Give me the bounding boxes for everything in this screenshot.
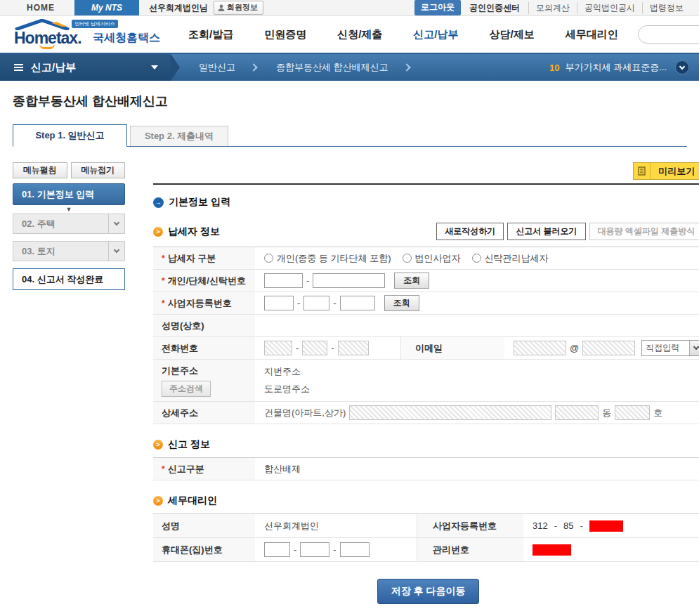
dash-separator: - xyxy=(296,343,299,353)
agent-phone-input-3[interactable] xyxy=(340,542,370,557)
report-type-value: 합산배제 xyxy=(255,458,699,480)
table-row: *신고구분 합산배제 xyxy=(153,458,699,480)
phone-input-3[interactable] xyxy=(338,341,369,355)
arrow-circle-icon: → xyxy=(153,197,164,208)
nav-apply-submit[interactable]: 신청/제출 xyxy=(337,28,382,41)
nav-report-pay[interactable]: 신고/납부 xyxy=(413,28,458,41)
section-title-report: 신고 정보 xyxy=(168,438,210,451)
biz-number-input-1[interactable] xyxy=(264,296,294,310)
menu-caret-down-icon xyxy=(151,65,158,70)
biz-number-label: 사업자등록번호 xyxy=(168,297,232,310)
my-nts-tab[interactable]: My NTS xyxy=(74,0,139,15)
content-area: 메뉴펼침 메뉴접기 01. 기본정보 입력 ▼ 02. 주택 03. 토지 04… xyxy=(0,147,699,604)
notice-number: 10 xyxy=(549,63,559,73)
law-info-link[interactable]: 법령정보 xyxy=(642,2,691,14)
calc-link[interactable]: 모의계산 xyxy=(528,2,577,14)
radio-corporate[interactable]: 법인사업자 xyxy=(403,252,461,265)
id-number-search-button[interactable]: 조회 xyxy=(394,273,429,289)
dash-separator: - xyxy=(554,520,557,531)
dash-separator: - xyxy=(331,343,334,353)
menu-collapse-button[interactable]: 메뉴접기 xyxy=(71,162,126,178)
biz-number-search-button[interactable]: 조회 xyxy=(384,295,419,311)
id-number-input-1[interactable] xyxy=(264,273,303,288)
nav-tax-agent[interactable]: 세무대리인 xyxy=(566,28,618,41)
email-label: 이메일 xyxy=(400,337,504,359)
phone-input-1[interactable] xyxy=(264,341,292,355)
page-root: HOME My NTS 선우회계법인님 회원정보 로그아웃 공인인증센터 모의계… xyxy=(0,0,699,616)
breadcrumb-item-current[interactable]: 종합부동산세 합산배제신고 xyxy=(276,61,388,74)
radio-icon xyxy=(403,254,412,263)
sidebar-step-land[interactable]: 03. 토지 xyxy=(13,241,125,261)
phone-input-2[interactable] xyxy=(302,341,327,355)
chevron-down-icon xyxy=(108,214,124,233)
biz-number-input-3[interactable] xyxy=(340,296,375,310)
public-corp-link[interactable]: 공익법인공시 xyxy=(577,2,642,14)
document-icon xyxy=(634,163,651,179)
load-report-button[interactable]: 신고서 불러오기 xyxy=(507,223,585,240)
ho-input[interactable] xyxy=(615,405,650,420)
tab-step1-general[interactable]: Step 1. 일반신고 xyxy=(13,124,127,147)
agent-phone-input-2[interactable] xyxy=(300,542,329,557)
bulk-excel-button[interactable]: 대용량 엑셀파일 제출방식 xyxy=(589,223,699,240)
biz-number-input-2[interactable] xyxy=(303,296,329,310)
taxpayer-type-label: 납세자 구분 xyxy=(168,252,216,265)
table-row: 전화번호 - - 이메일 @ 직접입력 xyxy=(153,337,699,360)
table-row: 성명 선우회계법인 사업자등록번호 312 - 85 - xyxy=(153,514,699,538)
sidebar-step-complete[interactable]: 04. 신고서 작성완료 xyxy=(13,268,125,290)
logout-button[interactable]: 로그아웃 xyxy=(414,0,461,15)
email-domain-select[interactable]: 직접입력 xyxy=(641,340,699,356)
sidebar-step-house[interactable]: 02. 주택 xyxy=(13,214,125,234)
agent-phone-label: 휴대폰(집)번호 xyxy=(162,544,223,556)
new-report-button[interactable]: 새로작성하기 xyxy=(436,223,504,240)
breadcrumb-chevron-icon xyxy=(403,63,410,71)
search-input[interactable] xyxy=(646,27,699,41)
preview-label: 미리보기 xyxy=(651,163,699,179)
menu-expand-button[interactable]: 메뉴펼침 xyxy=(13,162,67,178)
building-name-label: 건물명(아파트,상가) xyxy=(264,407,346,419)
phone-label: 전화번호 xyxy=(162,342,198,355)
dong-input[interactable] xyxy=(555,405,599,420)
id-number-label: 개인/단체/신탁번호 xyxy=(168,275,246,287)
nav-consult-report[interactable]: 상담/제보 xyxy=(490,28,535,41)
radio-individual[interactable]: 개인(종중 등 기타단체 포함) xyxy=(264,252,391,265)
required-mark: * xyxy=(162,276,165,286)
sidebar-step-basic-info[interactable]: 01. 기본정보 입력 xyxy=(13,183,125,205)
notice-expand-button[interactable] xyxy=(675,60,689,74)
chevron-down-icon xyxy=(679,63,685,69)
breadcrumb-item-general[interactable]: 일반신고 xyxy=(199,61,235,74)
main-navigation: 조회/발급 민원증명 신청/제출 신고/납부 상담/제보 세무대리인 xyxy=(188,28,618,41)
user-name: 선우회계법인님 xyxy=(149,2,208,14)
menu-dropdown[interactable]: 신고/납부 xyxy=(0,54,171,81)
radio-trust[interactable]: 신탁관리납세자 xyxy=(472,252,549,265)
notice-text: 부가가치세 과세표준증... xyxy=(566,61,667,74)
tab-step2-submitted[interactable]: Step 2. 제출내역 xyxy=(130,126,228,146)
table-row: 기본주소 주소검색 지번주소 도로명주소 xyxy=(153,360,699,402)
logo-tagline: 인터넷 납세서비스 xyxy=(72,20,118,28)
agent-bizno-part2: 85 xyxy=(563,520,573,531)
breadcrumb-chevron-icon xyxy=(249,63,257,71)
id-number-input-2[interactable] xyxy=(313,273,385,288)
redacted-value xyxy=(589,520,623,532)
preview-button[interactable]: 미리보기 xyxy=(633,162,699,180)
detail-address-label: 상세주소 xyxy=(162,407,198,419)
address-search-button[interactable]: 주소검색 xyxy=(162,381,211,397)
home-link[interactable]: HOME xyxy=(27,3,55,13)
redacted-value xyxy=(533,544,571,556)
nav-civil-cert[interactable]: 민원증명 xyxy=(264,28,306,41)
member-info-button[interactable]: 회원정보 xyxy=(214,1,263,15)
agent-name-label: 성명 xyxy=(162,520,180,532)
email-id-input[interactable] xyxy=(514,341,566,355)
building-name-input[interactable] xyxy=(349,405,551,420)
sidebar-step-house-label: 02. 주택 xyxy=(13,218,108,230)
cert-center-link[interactable]: 공인인증센터 xyxy=(469,2,520,14)
required-mark: * xyxy=(162,464,165,474)
agent-phone-input-1[interactable] xyxy=(264,542,290,557)
save-next-button[interactable]: 저장 후 다음이동 xyxy=(377,579,480,604)
hometax-logo[interactable]: 인터넷 납세서비스 Hometax. 국세청홈택스 xyxy=(11,19,167,50)
nav-inquiry-issue[interactable]: 조회/발급 xyxy=(188,28,233,41)
divider xyxy=(153,183,699,185)
top-utility-bar: HOME My NTS 선우회계법인님 회원정보 로그아웃 공인인증센터 모의계… xyxy=(0,0,699,16)
agent-name-value: 선우회계법인 xyxy=(255,514,417,537)
email-domain-input[interactable] xyxy=(582,341,635,355)
table-row: 성명(상호) xyxy=(153,315,699,337)
